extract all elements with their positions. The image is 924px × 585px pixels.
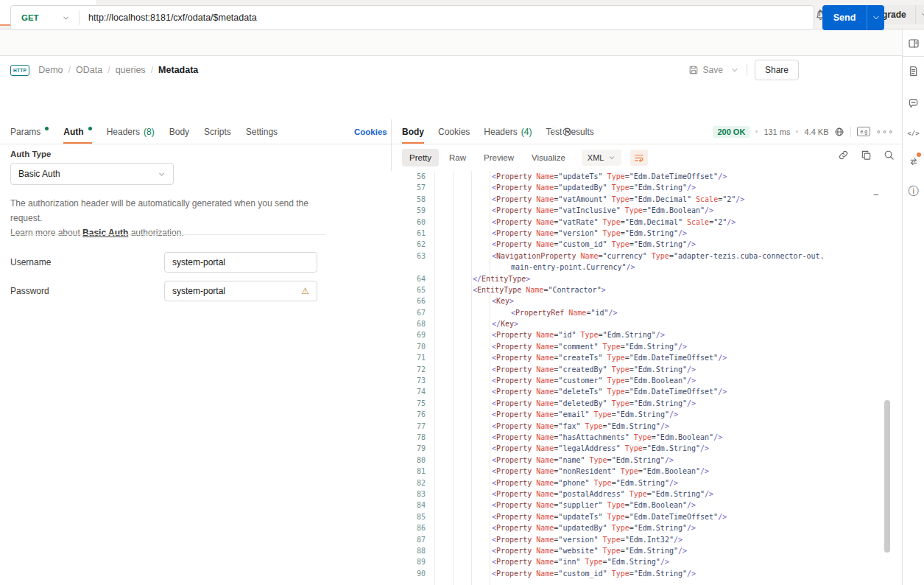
code-text: <Property Name="createTs" Type="Edm.Date… <box>391 352 884 363</box>
code-lines: 56<Property Name="updateTs" Type="Edm.Da… <box>391 171 902 579</box>
network-globe-icon[interactable] <box>834 127 844 137</box>
chevron-down-icon <box>158 170 166 178</box>
request-subtab-auth[interactable]: Auth <box>63 119 91 144</box>
fold-marker-icon[interactable]: − <box>873 190 879 200</box>
password-field[interactable]: system-portal ⚠ <box>164 281 317 301</box>
save-icon <box>688 65 699 75</box>
breadcrumb-item[interactable]: OData <box>76 65 102 75</box>
code-text: <Property Name="name" Type="Edm.String"/… <box>391 455 884 466</box>
method-selector[interactable]: GET <box>11 6 79 29</box>
code-line: 56<Property Name="updateTs" Type="Edm.Da… <box>391 171 902 182</box>
chevron-down-icon <box>608 154 616 161</box>
save-label: Save <box>703 65 723 75</box>
code-text: main-entry-point.Currency"/> <box>391 262 884 273</box>
username-field[interactable]: system-portal <box>164 252 317 273</box>
response-body-code[interactable]: 56<Property Name="updateTs" Type="Edm.Da… <box>391 171 902 585</box>
tab-label: Body <box>402 127 424 137</box>
comments-icon[interactable] <box>907 97 920 110</box>
view-tab-visualize[interactable]: Visualize <box>524 149 573 167</box>
request-subtab-settings[interactable]: Settings <box>246 119 278 144</box>
code-text: <Property Name="custom_id" Type="Edm.Str… <box>391 568 884 579</box>
code-text: </Key> <box>391 318 884 329</box>
copy-icon[interactable] <box>861 150 872 161</box>
response-subtab-body[interactable]: Body <box>402 119 424 144</box>
vertical-scrollbar-thumb[interactable] <box>884 400 890 553</box>
code-line: 74<Property Name="deleteTs" Type="Edm.Da… <box>391 386 902 397</box>
code-text: <Property Name="version" Type="Edm.Strin… <box>391 228 884 239</box>
tab-label: Cookies <box>438 127 470 137</box>
request-subtab-body[interactable]: Body <box>169 119 189 144</box>
request-tabs: ParamsAuthHeaders(8)BodyScriptsSettings <box>10 119 278 144</box>
request-subtab-scripts[interactable]: Scripts <box>204 119 231 144</box>
status-badge[interactable]: 200 OK <box>713 126 750 138</box>
password-label: Password <box>10 286 49 296</box>
view-tab-preview[interactable]: Preview <box>476 149 521 167</box>
code-line: main-entry-point.Currency"/> <box>391 262 902 273</box>
auth-note-line2: Learn more about Basic Auth authorizatio… <box>10 225 334 240</box>
tab-label: Headers <box>107 127 140 137</box>
response-tabs-extra <box>554 125 572 139</box>
code-text: <Property Name="phone" Type="Edm.String"… <box>391 477 884 488</box>
save-options-chevron-icon[interactable] <box>730 66 739 74</box>
code-line: 68</Key> <box>391 318 902 329</box>
breadcrumb-separator: / <box>151 65 153 75</box>
code-line: 59<Property Name="vatInclusive" Type="Ed… <box>391 205 902 216</box>
send-button[interactable]: Send <box>822 5 884 30</box>
code-text: <Property Name="customer" Type="Edm.Bool… <box>391 375 884 386</box>
breadcrumb-item[interactable]: queries <box>116 65 146 75</box>
response-subtab-headers[interactable]: Headers(4) <box>484 119 532 144</box>
save-example-icon[interactable]: e.g <box>857 127 870 136</box>
code-text: <Property Name="updateTs" Type="Edm.Date… <box>391 511 884 522</box>
chevron-down-icon[interactable] <box>915 5 924 24</box>
basic-auth-link[interactable]: Basic Auth <box>82 228 128 238</box>
breadcrumb-current: Metadata <box>158 65 198 75</box>
chevron-down-icon[interactable] <box>889 9 897 18</box>
code-text: <Property Name="id" Type="Edm.String"/> <box>391 329 884 340</box>
info-icon[interactable]: ⓘ <box>907 184 920 197</box>
code-line: 65<EntityType Name="Contractor"> <box>391 284 902 295</box>
documentation-icon[interactable] <box>907 65 920 77</box>
request-subtab-headers[interactable]: Headers(8) <box>107 119 155 144</box>
environment-quick-look-icon[interactable] <box>907 37 920 49</box>
response-subtab-cookies[interactable]: Cookies <box>438 119 470 144</box>
cookies-link[interactable]: Cookies <box>354 119 387 144</box>
view-tab-pretty[interactable]: Pretty <box>402 149 439 167</box>
code-snippet-icon[interactable]: </> <box>907 127 920 139</box>
code-text: <PropertyRef Name="id"/> <box>391 307 884 318</box>
breadcrumb-item[interactable]: Demo <box>38 65 63 75</box>
code-line: 62<Property Name="custom_id" Type="Edm.S… <box>391 239 902 250</box>
more-options-icon[interactable]: ∘∘∘ <box>876 127 895 136</box>
code-line: 66<Key> <box>391 295 902 306</box>
http-request-icon: HTTP <box>10 65 29 76</box>
auth-note-line1: The authorization header will be automat… <box>10 196 334 225</box>
code-text: <Property Name="vatInclusive" Type="Edm.… <box>391 205 884 216</box>
username-label: Username <box>10 257 51 267</box>
tab-label: Body <box>169 127 189 137</box>
format-dropdown[interactable]: XML <box>582 150 622 166</box>
url-row <box>0 84 902 119</box>
save-button[interactable]: Save <box>688 65 723 75</box>
code-line: 71<Property Name="createTs" Type="Edm.Da… <box>391 352 902 363</box>
format-value: XML <box>588 153 604 162</box>
response-view-bar: PrettyRawPreviewVisualize XML <box>402 147 648 168</box>
dot-separator <box>755 130 758 133</box>
search-in-body-icon[interactable] <box>884 150 895 161</box>
code-line: 69<Property Name="id" Type="Edm.String"/… <box>391 329 902 340</box>
wrap-line-button[interactable] <box>630 150 648 166</box>
view-tab-raw[interactable]: Raw <box>442 149 473 167</box>
url-input[interactable]: http://localhost:8181/cxf/odata/$metadat… <box>80 6 814 29</box>
history-icon[interactable] <box>562 127 572 137</box>
code-line: 61<Property Name="version" Type="Edm.Str… <box>391 228 902 239</box>
send-options-chevron-icon[interactable] <box>867 5 884 30</box>
code-text: <Property Name="updatedBy" Type="Edm.Str… <box>391 182 884 193</box>
code-line: 73<Property Name="customer" Type="Edm.Bo… <box>391 375 902 386</box>
response-size[interactable]: 4.4 KB <box>804 127 828 136</box>
code-line: 89<Property Name="inn" Type="Edm.String"… <box>391 556 902 567</box>
request-subtab-params[interactable]: Params <box>10 119 49 144</box>
wrap-text-icon <box>634 153 644 163</box>
response-time[interactable]: 131 ms <box>763 127 790 136</box>
auth-type-select[interactable]: Basic Auth <box>10 163 174 185</box>
share-button[interactable]: Share <box>755 60 799 80</box>
link-icon[interactable] <box>838 150 849 161</box>
sync-icon[interactable] <box>907 155 920 167</box>
